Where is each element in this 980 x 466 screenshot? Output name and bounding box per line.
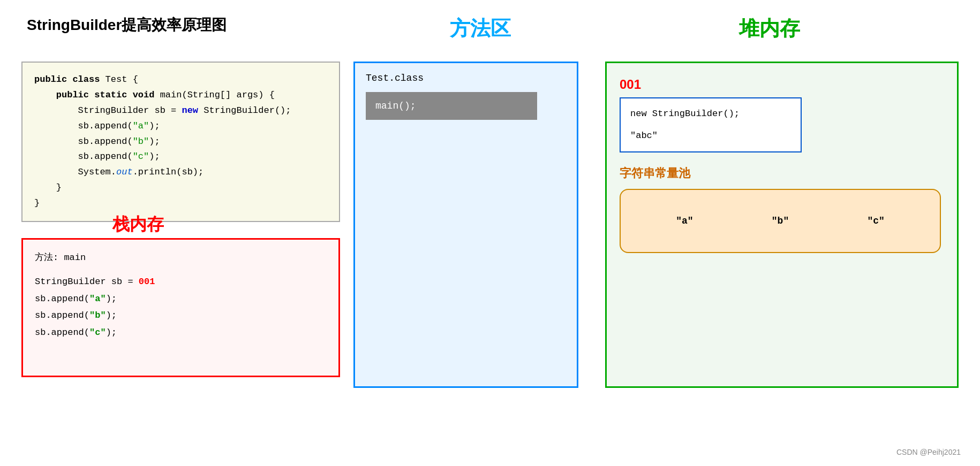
- page-title: StringBuilder提高效率原理图: [27, 15, 227, 35]
- stack-box: 方法: main StringBuilder sb = 001 sb.appen…: [21, 238, 340, 377]
- code-line-7: System.out.println(sb);: [34, 165, 327, 180]
- pool-item-c: "c": [867, 216, 884, 226]
- stack-label: 栈内存: [112, 213, 164, 236]
- heap-label: 堆内存: [739, 15, 800, 42]
- string-pool-label: 字符串常量池: [620, 165, 944, 181]
- stack-append-c: sb.append("c");: [35, 324, 327, 341]
- stack-append-b: sb.append("b");: [35, 307, 327, 324]
- heap-address: 001: [620, 77, 944, 92]
- stack-append-a: sb.append("a");: [35, 291, 327, 307]
- string-pool-box: "a" "b" "c": [620, 189, 941, 253]
- heap-object-line1: new StringBuilder();: [630, 106, 791, 123]
- code-line-9: }: [34, 196, 327, 211]
- pool-item-b: "b": [772, 216, 789, 226]
- code-line-5: sb.append("b");: [34, 134, 327, 150]
- code-line-8: }: [34, 180, 327, 196]
- code-line-4: sb.append("a");: [34, 119, 327, 134]
- heap-object-line2: "abc": [630, 128, 791, 144]
- watermark: CSDN @Peihj2021: [896, 448, 961, 456]
- code-line-6: sb.append("c");: [34, 149, 327, 165]
- pool-item-a: "a": [676, 216, 693, 226]
- code-block: public class Test { public static void m…: [21, 62, 340, 222]
- stack-method: 方法: main: [35, 249, 327, 266]
- code-line-1: public class Test {: [34, 72, 327, 88]
- code-line-2: public static void main(String[] args) {: [34, 88, 327, 103]
- method-class-name: Test.class: [366, 73, 566, 83]
- stack-sb-line: StringBuilder sb = 001: [35, 273, 327, 290]
- method-area-box: Test.class main();: [353, 62, 578, 388]
- heap-object-box: new StringBuilder(); "abc": [620, 97, 802, 152]
- code-line-3: StringBuilder sb = new StringBuilder();: [34, 103, 327, 119]
- heap-box: 001 new StringBuilder(); "abc" 字符串常量池 "a…: [605, 62, 959, 388]
- method-area-label: 方法区: [450, 15, 511, 42]
- method-main-box: main();: [366, 92, 537, 120]
